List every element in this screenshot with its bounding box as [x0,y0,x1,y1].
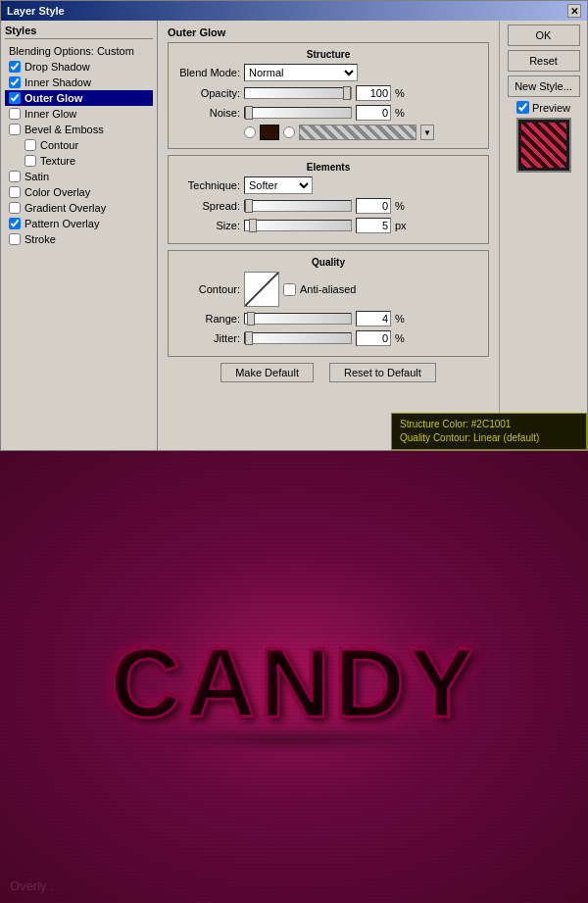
contour-preview[interactable] [244,272,279,307]
gradient-dropdown-arrow[interactable]: ▼ [420,125,434,140]
opacity-input[interactable] [356,85,391,101]
spread-input[interactable] [356,198,391,214]
opacity-row: Opacity: % [176,85,480,101]
candy-text: CANDY [110,627,478,739]
drop-shadow-checkbox[interactable] [9,61,21,73]
sidebar-item-pattern-overlay[interactable]: Pattern Overlay [5,216,153,231]
contour-svg [245,273,278,306]
elements-section: Elements Technique: Softer Precise Sprea… [168,155,489,244]
preview-thumbnail [516,118,571,173]
spread-row: Spread: % [176,198,480,214]
size-thumb[interactable] [249,219,257,232]
size-input[interactable] [356,218,391,233]
bottom-buttons: Make Default Reset to Default [168,363,489,382]
gradient-radio[interactable] [283,126,295,138]
quality-section: Quality Contour: Anti-aliased [168,250,489,357]
range-slider[interactable] [244,313,352,325]
blend-mode-label: Blend Mode: [176,67,240,78]
gradient-preview[interactable] [299,125,416,140]
sidebar-item-contour[interactable]: Contour [5,137,153,153]
sidebar-item-inner-shadow[interactable]: Inner Shadow [5,75,153,90]
jitter-row: Jitter: % [176,330,480,346]
solid-color-radio[interactable] [244,126,256,138]
jitter-thumb[interactable] [245,331,253,345]
sidebar-item-bevel-emboss[interactable]: Bevel & Emboss [5,122,153,137]
close-button[interactable]: ✕ [567,4,581,18]
color-overlay-checkbox[interactable] [9,186,21,198]
spread-thumb[interactable] [245,199,253,213]
layer-style-dialog: Layer Style ✕ Styles Blending Options: C… [0,0,588,451]
opacity-slider[interactable] [244,87,352,99]
opacity-thumb[interactable] [343,86,351,100]
range-thumb[interactable] [247,312,255,326]
spread-unit: % [395,200,409,212]
size-label: Size: [176,220,240,231]
range-unit: % [395,313,409,325]
anti-alias-checkbox[interactable] [283,283,296,296]
range-label: Range: [176,313,240,325]
satin-checkbox[interactable] [9,171,21,182]
gradient-overlay-checkbox[interactable] [9,202,21,214]
sidebar-item-stroke[interactable]: Stroke [5,231,153,247]
technique-label: Technique: [176,179,240,191]
spread-slider[interactable] [244,200,352,212]
anti-alias-label: Anti-aliased [300,283,356,295]
dialog-body: Styles Blending Options: Custom Drop Sha… [1,21,587,450]
canvas-area: CANDY Overly . [0,451,588,903]
blend-mode-select[interactable]: Normal Dissolve Screen [244,64,358,81]
sidebar-item-outer-glow[interactable]: Outer Glow [5,90,153,106]
ok-button[interactable]: OK [508,25,580,46]
jitter-slider[interactable] [244,332,352,344]
sidebar-item-drop-shadow[interactable]: Drop Shadow [5,59,153,75]
sidebar-item-texture[interactable]: Texture [5,153,153,169]
preview-thumb-inner [521,123,566,168]
opacity-label: Opacity: [176,87,240,99]
noise-input[interactable] [356,105,391,121]
anti-alias-row: Anti-aliased [283,283,356,296]
noise-row: Noise: % [176,105,480,121]
structure-section: Structure Blend Mode: Normal Dissolve Sc… [168,42,489,149]
reset-to-default-button[interactable]: Reset to Default [329,363,436,382]
make-default-button[interactable]: Make Default [220,363,314,382]
new-style-button[interactable]: New Style... [508,75,580,97]
inner-shadow-checkbox[interactable] [9,76,21,88]
tooltip-bar: Structure Color: #2C1001 Quality Contour… [391,413,587,450]
preview-label: Preview [532,102,570,114]
contour-checkbox[interactable] [24,139,36,151]
right-panel: OK Reset New Style... Preview [499,21,587,450]
sidebar-item-gradient-overlay[interactable]: Gradient Overlay [5,200,153,216]
pattern-overlay-checkbox[interactable] [9,218,21,229]
size-row: Size: px [176,218,480,233]
technique-row: Technique: Softer Precise [176,176,480,194]
size-slider[interactable] [244,220,352,231]
bevel-emboss-checkbox[interactable] [9,124,21,135]
sidebar-item-inner-glow[interactable]: Inner Glow [5,106,153,122]
sidebar-item-satin[interactable]: Satin [5,169,153,184]
blend-mode-row: Blend Mode: Normal Dissolve Screen [176,64,480,81]
preview-row: Preview [516,101,570,114]
left-panel: Styles Blending Options: Custom Drop Sha… [1,21,158,450]
stroke-checkbox[interactable] [9,233,21,245]
outer-glow-checkbox[interactable] [9,92,21,104]
range-input[interactable] [356,311,391,326]
color-row: ▼ [176,125,480,140]
noise-thumb[interactable] [245,106,253,120]
technique-select[interactable]: Softer Precise [244,176,313,194]
reset-button[interactable]: Reset [508,50,580,72]
quality-title: Quality [176,257,480,268]
jitter-input[interactable] [356,330,391,346]
jitter-unit: % [395,332,409,344]
color-swatch[interactable] [260,125,279,140]
elements-title: Elements [176,162,480,173]
noise-slider[interactable] [244,107,352,119]
noise-label: Noise: [176,107,240,119]
center-panel: Outer Glow Structure Blend Mode: Normal … [158,21,499,450]
title-bar: Layer Style ✕ [1,1,587,21]
preview-checkbox[interactable] [516,101,529,114]
texture-checkbox[interactable] [24,155,36,167]
sidebar-item-color-overlay[interactable]: Color Overlay [5,184,153,200]
candy-shadow [147,729,441,749]
sidebar-item-blending[interactable]: Blending Options: Custom [5,43,153,59]
range-row: Range: % [176,311,480,326]
inner-glow-checkbox[interactable] [9,108,21,120]
